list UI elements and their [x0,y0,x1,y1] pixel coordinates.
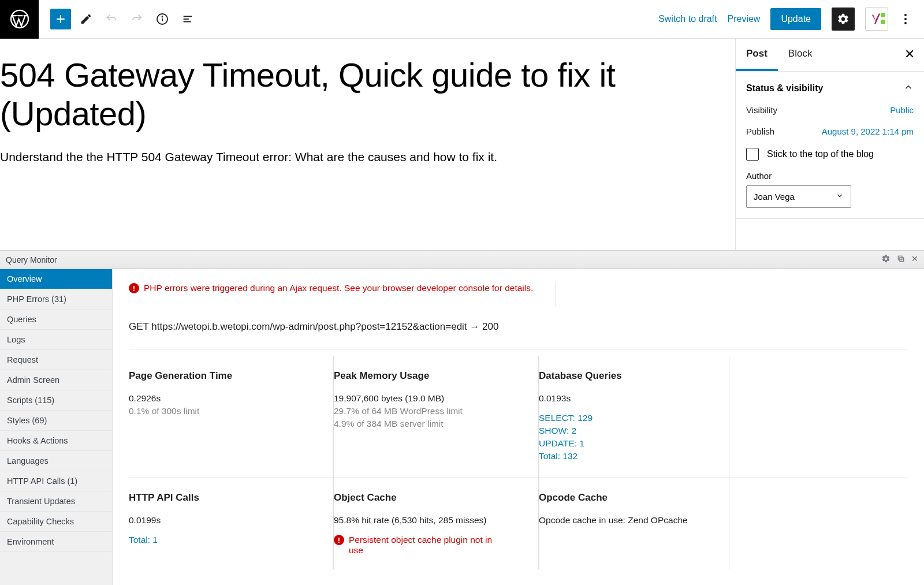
sticky-checkbox[interactable] [746,148,759,161]
editor-main[interactable]: 504 Gateway Timeout, Quick guide to fix … [0,39,735,252]
alert-icon: ! [129,283,139,293]
query-monitor-panel: Query Monitor ✕ Overview PHP Errors (31)… [0,250,924,585]
visibility-value[interactable]: Public [890,105,914,115]
qm-stats-grid: Page Generation Time 0.2926s 0.1% of 300… [129,356,908,478]
qm-nav-transient[interactable]: Transient Updates [0,491,112,512]
status-visibility-panel: Status & visibility Visibility Public Pu… [736,72,924,219]
more-options-icon[interactable] [899,8,912,30]
qm-nav-hooks[interactable]: Hooks & Actions [0,431,112,451]
post-title[interactable]: 504 Gateway Timeout, Quick guide to fix … [0,56,735,133]
editor-body: 504 Gateway Timeout, Quick guide to fix … [0,39,924,252]
topbar-actions: Switch to draft Preview Update [658,8,924,31]
undo-icon[interactable] [101,9,122,29]
db-total-link[interactable]: Total: 132 [539,451,715,461]
qm-content: ! PHP errors were triggered during an Aj… [113,269,924,585]
edit-tool-icon[interactable] [76,9,96,29]
qm-nav-scripts[interactable]: Scripts (115) [0,390,112,411]
author-select[interactable]: Joan Vega [746,185,851,208]
chevron-up-icon [903,82,914,95]
author-label: Author [746,171,914,181]
qm-popout-icon[interactable] [896,254,906,265]
card-sub: 4.9% of 384 MB server limit [334,419,524,429]
card-value: 0.0199s [129,515,319,526]
publish-label: Publish [746,126,774,136]
card-value: 0.0193s [539,393,715,404]
qm-gear-icon[interactable] [881,254,891,265]
qm-alert-text: PHP errors were triggered during an Ajax… [144,283,533,293]
qm-request-url: GET https://wetopi.b.wetopi.com/wp-admin… [129,321,908,349]
card-value: Opcode cache in use: Zend OPcache [539,515,715,526]
alert-icon: ! [334,535,344,545]
yoast-icon[interactable] [865,8,888,31]
qm-cell-empty [729,356,908,478]
qm-cell-opcode: Opcode Cache Opcode cache in use: Zend O… [539,478,729,569]
publish-value[interactable]: August 9, 2022 1:14 pm [822,126,914,136]
tab-post[interactable]: Post [736,39,778,71]
add-block-button[interactable]: + [50,9,71,29]
author-value: Joan Vega [754,192,795,202]
close-sidebar-icon[interactable]: ✕ [904,47,915,62]
qm-nav-admin-screen[interactable]: Admin Screen [0,370,112,390]
qm-nav-capability[interactable]: Capability Checks [0,512,112,532]
card-title: Object Cache [334,492,524,504]
qm-nav-php-errors[interactable]: PHP Errors (31) [0,289,112,310]
publish-row: Publish August 9, 2022 1:14 pm [746,126,914,136]
qm-cell-object-cache: Object Cache 95.8% hit rate (6,530 hits,… [334,478,539,569]
qm-nav-overview[interactable]: Overview [0,269,112,289]
qm-nav-http-api[interactable]: HTTP API Calls (1) [0,471,112,491]
qm-nav-styles[interactable]: Styles (69) [0,411,112,431]
topbar-tools: + [39,9,198,29]
tab-block[interactable]: Block [778,39,823,71]
svg-rect-8 [900,258,904,262]
card-title: Opcode Cache [539,492,715,504]
card-sub: 0.1% of 300s limit [129,406,319,416]
qm-header[interactable]: Query Monitor ✕ [0,251,924,269]
switch-draft-button[interactable]: Switch to draft [658,14,717,24]
card-error: ! Persistent object cache plugin not in … [334,535,524,556]
visibility-row: Visibility Public [746,105,914,115]
post-excerpt[interactable]: Understand the the HTTP 504 Gateway Time… [0,150,735,164]
panel-title: Status & visibility [746,83,823,94]
card-title: Page Generation Time [129,370,319,382]
settings-icon[interactable] [832,8,855,31]
info-icon[interactable] [152,9,173,29]
visibility-label: Visibility [746,105,777,115]
db-select-link[interactable]: SELECT: 129 [539,413,715,423]
qm-nav-queries[interactable]: Queries [0,310,112,330]
card-error-text: Persistent object cache plugin not in us… [349,535,493,556]
qm-header-icons: ✕ [881,254,918,265]
card-title: HTTP API Calls [129,492,319,504]
panel-body: Visibility Public Publish August 9, 2022… [736,105,924,218]
qm-cell-empty [729,478,908,569]
http-total-link[interactable]: Total: 1 [129,535,319,545]
qm-alert: ! PHP errors were triggered during an Aj… [129,283,556,307]
qm-nav-languages[interactable]: Languages [0,451,112,471]
qm-cell-http: HTTP API Calls 0.0199s Total: 1 [129,478,334,569]
redo-icon[interactable] [126,9,147,29]
db-update-link[interactable]: UPDATE: 1 [539,438,715,449]
db-show-link[interactable]: SHOW: 2 [539,426,715,436]
update-button[interactable]: Update [770,8,821,30]
editor-topbar: + Switch to draft Preview Update [0,0,924,39]
svg-point-3 [162,17,163,17]
qm-nav-environment[interactable]: Environment [0,532,112,552]
outline-icon[interactable] [177,9,198,29]
qm-body: Overview PHP Errors (31) Queries Logs Re… [0,269,924,585]
card-value: 95.8% hit rate (6,530 hits, 285 misses) [334,515,524,526]
qm-nav-logs[interactable]: Logs [0,330,112,350]
sidebar-tabs: Post Block ✕ [736,39,924,72]
panel-header[interactable]: Status & visibility [736,72,924,105]
qm-sidebar: Overview PHP Errors (31) Queries Logs Re… [0,269,113,585]
qm-nav-request[interactable]: Request [0,350,112,370]
preview-button[interactable]: Preview [728,14,761,24]
qm-cell-memory: Peak Memory Usage 19,907,600 bytes (19.0… [334,356,539,478]
sticky-row: Stick to the top of the blog [746,148,914,161]
settings-sidebar: Post Block ✕ Status & visibility Visibil… [735,39,924,252]
qm-title: Query Monitor [6,255,57,264]
chevron-down-icon [836,192,844,202]
card-title: Peak Memory Usage [334,370,524,382]
card-sub: 29.7% of 64 MB WordPress limit [334,406,524,416]
qm-close-icon[interactable]: ✕ [911,254,918,265]
wordpress-logo[interactable] [0,0,39,39]
qm-cell-db: Database Queries 0.0193s SELECT: 129 SHO… [539,356,729,478]
